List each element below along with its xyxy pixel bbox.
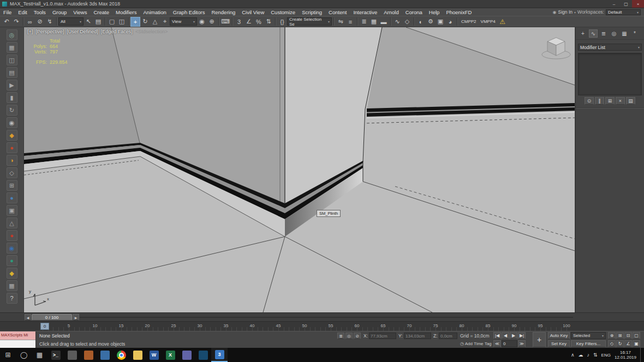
select-and-place-icon[interactable]: ⌖	[160, 17, 170, 27]
angle-snap-icon[interactable]: ∠	[244, 17, 254, 27]
keyboard-override-icon[interactable]: ⌨	[220, 17, 230, 27]
cmpp2-button[interactable]: CMPP2	[459, 19, 479, 24]
left-toolbar-icon[interactable]: ●	[7, 230, 17, 241]
menu-customize[interactable]: Customize	[267, 8, 299, 16]
scene-explorer-icon[interactable]: ≣	[359, 17, 369, 27]
left-toolbar-icon[interactable]: △	[7, 218, 17, 228]
menu-modifiers[interactable]: Modifiers	[112, 8, 140, 16]
pan-view-icon[interactable]: ◇	[608, 340, 616, 347]
auto-key-button[interactable]: Auto Key	[548, 332, 570, 339]
viewport-menu-view[interactable]: [User Defined]	[67, 29, 98, 34]
menu-corona[interactable]: Corona	[402, 8, 426, 16]
field-of-view-icon[interactable]: ∠	[624, 340, 632, 347]
left-toolbar-icon[interactable]: ●	[7, 142, 17, 153]
maximize-viewport-icon[interactable]: ▣	[633, 340, 640, 347]
remove-modifier-button[interactable]: ×	[616, 97, 625, 105]
zoom-all-icon[interactable]: ⊞	[616, 332, 624, 339]
redo-icon[interactable]: ↷	[11, 17, 21, 27]
maxscript-listener-white[interactable]	[0, 340, 35, 348]
selection-lock-icon[interactable]: ⊘	[354, 333, 361, 339]
tab-create[interactable]: +	[579, 29, 587, 38]
maxscript-mini-listener[interactable]: MAXScripts Mi	[0, 331, 36, 348]
modifier-list-dropdown[interactable]: Modifier List ▾	[578, 44, 642, 51]
set-keys-button[interactable]: +	[533, 332, 546, 347]
left-toolbar-icon[interactable]: ▦	[7, 280, 17, 291]
percent-snap-icon[interactable]: %	[254, 17, 264, 27]
named-selection-sets-select[interactable]: Create Selection Se ▾	[287, 17, 332, 26]
z-coord-field[interactable]: 0,0cm	[439, 333, 457, 339]
menu-graph-editors[interactable]: Graph Editors	[170, 8, 208, 16]
left-toolbar-icon[interactable]: ◇	[7, 167, 17, 178]
status-bar-options-icon[interactable]: ≣	[337, 333, 344, 339]
zoom-extents-icon[interactable]: ⊡	[624, 332, 632, 339]
align-icon[interactable]: ≡	[345, 17, 355, 27]
tab-utilities[interactable]: *	[630, 29, 639, 38]
snaps-toggle-icon[interactable]: 3	[234, 17, 244, 27]
menu-group[interactable]: Group	[49, 8, 70, 16]
render-production-icon[interactable]: ◕	[445, 17, 455, 27]
configure-modifier-sets-button[interactable]: ▤	[626, 97, 635, 105]
selection-filter-select[interactable]: All ▾	[58, 17, 84, 26]
workspace-select[interactable]: Default ▾	[606, 9, 641, 15]
reference-coordinate-select[interactable]: View ▾	[170, 17, 197, 26]
select-object-icon[interactable]: ↖	[84, 17, 93, 27]
taskbar-clock[interactable]: 16:17 12.01.2019	[615, 350, 636, 360]
menu-views[interactable]: Views	[70, 8, 90, 16]
time-slider-track[interactable]	[80, 317, 573, 318]
menu-phoenixfd[interactable]: PhoenixFD	[443, 8, 475, 16]
tray-expand-icon[interactable]: ∧	[571, 352, 575, 358]
undo-icon[interactable]: ↶	[2, 17, 11, 27]
left-toolbar-icon[interactable]: ◎	[7, 29, 17, 40]
bind-to-space-warp-icon[interactable]: ↯	[45, 17, 55, 27]
spinner-snap-icon[interactable]: ⇅	[264, 17, 273, 27]
cloud-icon[interactable]: ☁	[579, 352, 583, 358]
viewport-menu-general[interactable]: [+]	[27, 29, 33, 34]
menu-file[interactable]: File	[0, 8, 15, 16]
left-toolbar-icon[interactable]: ●	[7, 255, 17, 266]
isolate-selection-icon[interactable]: ◎	[345, 333, 353, 339]
left-toolbar-icon[interactable]: ◑	[7, 155, 17, 166]
taskbar-app[interactable]	[64, 348, 80, 362]
select-and-manipulate-icon[interactable]: ⊕	[207, 17, 217, 27]
menu-create[interactable]: Create	[90, 8, 112, 16]
pin-stack-button[interactable]: ⊙	[585, 97, 594, 105]
key-back-button[interactable]: ≪	[493, 340, 501, 347]
render-setup-icon[interactable]: ⚙	[426, 17, 436, 27]
start-button[interactable]: ⊞	[0, 348, 16, 362]
taskbar-app-chrome[interactable]	[113, 348, 129, 362]
time-slider-handle[interactable]: 0 / 100	[32, 314, 72, 321]
close-button[interactable]: ×	[632, 0, 644, 8]
material-editor-icon[interactable]: ◐	[416, 17, 426, 27]
show-desktop-button[interactable]	[640, 348, 642, 362]
ribbon-toggle-icon[interactable]: ▬	[379, 17, 389, 27]
select-by-name-icon[interactable]: ▤	[93, 17, 103, 27]
time-slider-frame-marker[interactable]: 0	[40, 323, 49, 330]
go-to-start-button[interactable]: |◀	[493, 332, 501, 339]
vmpp4-button[interactable]: VMPP4	[479, 19, 498, 24]
taskbar-app-excel[interactable]: X	[162, 348, 178, 362]
schematic-view-icon[interactable]: ◇	[402, 17, 412, 27]
layer-explorer-icon[interactable]: ▦	[369, 17, 379, 27]
edit-named-selection-sets-icon[interactable]: {}	[277, 17, 287, 27]
zoom-region-icon[interactable]: ▢	[633, 332, 640, 339]
key-mode-select[interactable]: Selected ▾	[571, 332, 606, 339]
current-frame-field[interactable]: 0	[502, 340, 517, 347]
network-icon[interactable]: ⇅	[593, 352, 598, 358]
menu-interactive[interactable]: Interactive	[350, 8, 380, 16]
menu-help[interactable]: Help	[426, 8, 443, 16]
key-forward-button[interactable]: ≫	[518, 340, 526, 347]
taskbar-app[interactable]	[195, 348, 211, 362]
left-toolbar-icon[interactable]: ●	[7, 192, 17, 203]
y-coord-field[interactable]: 134,03cm	[404, 333, 431, 339]
viewport-menu-pov[interactable]: [Perspective]	[35, 29, 64, 34]
play-button[interactable]: ▶	[510, 332, 517, 339]
menu-scripting[interactable]: Scripting	[299, 8, 325, 16]
menu-animation[interactable]: Animation	[140, 8, 170, 16]
sign-in-button[interactable]: Sign In	[558, 9, 573, 15]
taskbar-app-word[interactable]: W	[146, 348, 162, 362]
taskbar-app[interactable]	[178, 348, 195, 362]
viewport-canvas[interactable]	[24, 27, 575, 312]
set-key-button[interactable]: Set Key	[548, 340, 570, 347]
menu-tools[interactable]: Tools	[31, 8, 49, 16]
previous-frame-button[interactable]: ◀	[502, 332, 509, 339]
